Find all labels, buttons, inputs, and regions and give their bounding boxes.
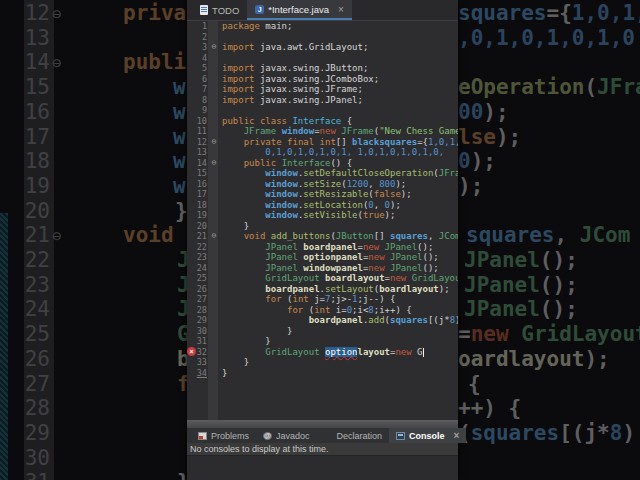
bg-row-left: 20}	[0, 199, 187, 224]
code-text: JPanel windowpanel=new JPanel();	[221, 263, 439, 274]
code-text: JPanel boardpanel=new JPanel();	[221, 242, 433, 253]
code-line-8[interactable]: 8import javax.swing.JPanel;	[187, 95, 458, 106]
bg-row-left: 19w	[0, 174, 187, 199]
editor-tab-interfacejava[interactable]: J*Interface.java×	[247, 0, 352, 20]
bg-row-right: oardlayout);	[458, 347, 640, 372]
code-line-32[interactable]: ×32 GridLayout optionlayout=new G	[187, 347, 458, 358]
bg-row-right: ++) {	[458, 396, 640, 421]
line-number: 30	[187, 326, 207, 337]
fold-minus-icon: ⊖	[52, 51, 61, 76]
bg-row-left: 28	[0, 396, 187, 421]
line-number: 26	[187, 284, 207, 295]
code-line-26[interactable]: 26 boardpanel.setLayout(boardlayout);	[187, 284, 458, 295]
bg-row-left: 13	[0, 26, 187, 51]
fold-column-cell	[207, 168, 221, 179]
fold-column-cell	[207, 84, 221, 95]
bg-row-left: 21⊖void	[0, 223, 187, 248]
code-line-17[interactable]: 17 window.setResizable(false);	[187, 189, 458, 200]
code-line-22[interactable]: 22 JPanel boardpanel=new JPanel();	[187, 242, 458, 253]
code-line-5[interactable]: 5import javax.swing.JButton;	[187, 63, 458, 74]
tab-label: Javadoc	[276, 431, 310, 441]
code-text: window.setLocation(0, 0);	[221, 200, 401, 211]
code-text: GridLayout optionlayout=new G	[221, 347, 424, 358]
close-icon[interactable]: ×	[454, 430, 460, 441]
tab-label: Problems	[211, 431, 249, 441]
code-line-29[interactable]: 29 boardpanel.add(squares[(j*8)	[187, 315, 458, 326]
code-line-10[interactable]: 10public class Interface {	[187, 116, 458, 127]
code-line-2[interactable]: 2	[187, 32, 458, 43]
bg-code-fragment: JPanel();	[464, 248, 578, 273]
background-code-left: 12⊖priva1314⊖publi15w16w17w18w19w20}21⊖v…	[0, 0, 187, 480]
bg-line-number: 19	[0, 174, 50, 199]
background-code-right: squares={1,0,1,,0,1,0,1,0,1,0eOperation(…	[458, 0, 640, 480]
fold-column-cell	[207, 95, 221, 106]
code-text: }	[221, 326, 292, 337]
code-line-14[interactable]: 14⊖ public Interface() {	[187, 158, 458, 169]
close-icon[interactable]: ×	[338, 4, 344, 15]
code-line-23[interactable]: 23 JPanel optionpanel=new JPanel();	[187, 252, 458, 263]
line-number: 6	[187, 74, 207, 85]
code-line-16[interactable]: 16 window.setSize(1200, 800);	[187, 179, 458, 190]
bg-code-fragment: priva	[123, 1, 186, 26]
line-number: 28	[187, 305, 207, 316]
code-text: window.setDefaultCloseOperation(JFra	[221, 168, 458, 179]
code-line-11[interactable]: 11 JFrame window=new JFrame("New Chess G…	[187, 126, 458, 137]
code-line-30[interactable]: 30 }	[187, 326, 458, 337]
sash-divider[interactable]	[187, 420, 458, 428]
code-line-27[interactable]: 27 for (int j=7;j>-1;j--) {	[187, 294, 458, 305]
console-tab-javadoc[interactable]: @Javadoc	[256, 428, 317, 443]
code-line-12[interactable]: 12⊖ private final int[] blacksquares={1,…	[187, 137, 458, 148]
code-editor[interactable]: 1package main;23⊖import java.awt.GridLay…	[187, 21, 458, 420]
bg-code-fragment: eOperation(JFra	[458, 75, 640, 100]
code-line-4[interactable]: 4	[187, 53, 458, 64]
bg-code-fragment: publi	[123, 50, 186, 75]
fold-minus-icon[interactable]: ⊖	[207, 231, 221, 242]
console-tab-console[interactable]: Console×	[389, 428, 466, 443]
fold-column-cell	[207, 242, 221, 253]
bg-row-right: JPanel();	[458, 273, 640, 298]
line-number: 3	[187, 42, 207, 53]
fold-minus-icon[interactable]: ⊖	[207, 158, 221, 169]
code-line-18[interactable]: 18 window.setLocation(0, 0);	[187, 200, 458, 211]
ide-panel: TODOJ*Interface.java× 1package main;23⊖i…	[187, 0, 458, 480]
code-line-15[interactable]: 15 window.setDefaultCloseOperation(JFra	[187, 168, 458, 179]
code-line-34[interactable]: 34}	[187, 368, 458, 379]
bg-line-number: 12	[0, 1, 50, 26]
console-tab-bar: Problems@JavadocDeclarationConsole×	[187, 428, 458, 443]
code-line-9[interactable]: 9	[187, 105, 458, 116]
code-line-7[interactable]: 7import javax.swing.JFrame;	[187, 84, 458, 95]
code-line-25[interactable]: 25 GridLayout boardlayout=new GridLayou	[187, 273, 458, 284]
code-line-21[interactable]: 21⊖ void add_buttons(JButton[] squares, …	[187, 231, 458, 242]
code-line-6[interactable]: 6import javax.swing.JComboBox;	[187, 74, 458, 85]
code-line-3[interactable]: 3⊖import java.awt.GridLayout;	[187, 42, 458, 53]
fold-minus-icon[interactable]: ⊖	[207, 137, 221, 148]
fold-minus-icon[interactable]: ⊖	[207, 42, 221, 53]
code-text: boardpanel.setLayout(boardlayout);	[221, 284, 450, 295]
console-tab-declaration[interactable]: Declaration	[317, 428, 390, 443]
console-tab-problems[interactable]: Problems	[191, 428, 256, 443]
bg-code-fragment: }	[175, 199, 187, 224]
tab-label: TODO	[212, 5, 239, 16]
bg-row-right: {	[458, 372, 640, 397]
bg-row-right: (squares[(j*8)	[458, 421, 640, 446]
line-number: 33	[187, 357, 207, 368]
code-line-20[interactable]: 20 }	[187, 221, 458, 232]
code-line-28[interactable]: 28 for (int i=0;i<8;i++) {	[187, 305, 458, 316]
code-line-13[interactable]: 13 0,1,0,1,0,1,0,1, 1,0,1,0,1,0,1,0,	[187, 147, 458, 158]
code-line-31[interactable]: 31 }	[187, 336, 458, 347]
code-line-1[interactable]: 1package main;	[187, 21, 458, 32]
code-text: for (int i=0;i<8;i++) {	[221, 305, 412, 316]
bg-code-fragment: G	[177, 322, 187, 347]
code-line-19[interactable]: 19 window.setVisible(true);	[187, 210, 458, 221]
code-line-24[interactable]: 24 JPanel windowpanel=new JPanel();	[187, 263, 458, 274]
bg-code-fragment: squares, JCom	[466, 223, 630, 248]
bg-code-fragment: 00);	[458, 100, 509, 125]
fold-column-cell	[207, 305, 221, 316]
javadoc-icon: @	[263, 432, 272, 440]
bg-code-fragment: w	[173, 174, 186, 199]
line-number: 22	[187, 242, 207, 253]
editor-tab-todo[interactable]: TODO	[192, 0, 247, 20]
code-line-33[interactable]: 33 }	[187, 357, 458, 368]
fold-column-cell	[207, 294, 221, 305]
code-area[interactable]: 1package main;23⊖import java.awt.GridLay…	[187, 21, 458, 378]
